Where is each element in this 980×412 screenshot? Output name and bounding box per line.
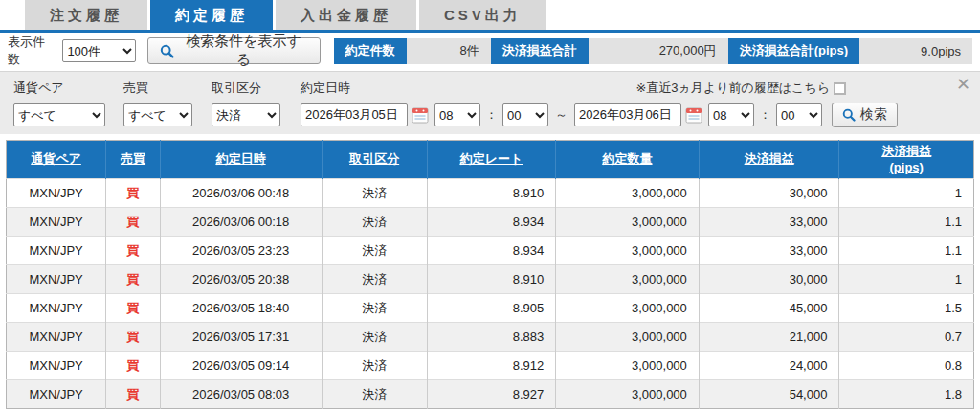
cell-settlement-pl-pips: 1 [839,265,974,294]
summary-strip: 約定件数 8件 決済損益合計 270,000円 決済損益合計(pips) 9.0… [334,38,972,64]
header-settlement-pl[interactable]: 決済損益 [699,141,839,179]
settlement-pl-pips-badge: 決済損益合計(pips) [728,38,859,64]
cell-execution-rate: 8.934 [427,237,555,265]
header-execution-datetime-label[interactable]: 約定日時 [216,151,266,166]
calendar-icon[interactable] [685,106,702,124]
display-count-select[interactable]: 100件 [62,39,136,62]
header-settlement-pl-label[interactable]: 決済損益 [745,151,794,166]
trade-type-select[interactable]: 決済 [212,103,280,126]
cell-execution-datetime: 2026/03/06 00:48 [160,179,322,208]
cell-buy-sell: 買 [106,265,161,294]
cell-execution-rate: 8.883 [427,323,555,352]
cell-execution-datetime: 2026/03/05 23:23 [160,237,322,265]
cell-execution-quantity: 3,000,000 [556,179,700,208]
cell-execution-datetime: 2026/03/06 00:18 [160,208,322,237]
table-row: MXN/JPY買2026/03/05 09:14決済8.9123,000,000… [7,352,974,380]
range-tilde: ～ [555,106,568,124]
toolbar: 表示件数 100件 検索条件を表示する 約定件数 8件 決済損益合計 270,0… [0,33,980,69]
cell-settlement-pl-pips: 1.8 [839,380,974,409]
header-currency-pair[interactable]: 通貨ペア [7,141,106,179]
colon-separator: ： [759,106,771,124]
cell-settlement-pl-pips: 1.1 [839,237,974,265]
cell-settlement-pl: 54,000 [699,380,839,409]
magnifier-icon [842,108,856,122]
settlement-pl-value: 270,000円 [589,38,728,64]
cell-settlement-pl-pips: 1 [839,179,974,208]
header-buy-sell[interactable]: 売買 [106,141,161,179]
cell-execution-datetime: 2026/03/05 18:40 [160,294,322,323]
table-row: MXN/JPY買2026/03/06 00:48決済8.9103,000,000… [7,179,974,208]
cell-buy-sell: 買 [106,323,161,352]
header-execution-quantity[interactable]: 約定数量 [556,141,700,179]
colon-separator: ： [485,106,498,124]
header-trade-type[interactable]: 取引区分 [322,141,427,179]
header-buy-sell-label[interactable]: 売買 [121,151,145,166]
date-to-input[interactable] [574,103,681,126]
header-execution-quantity-label[interactable]: 約定数量 [603,151,653,166]
cell-execution-quantity: 3,000,000 [556,237,700,265]
date-from-input[interactable] [301,103,408,126]
cell-execution-datetime: 2026/03/05 20:38 [160,265,322,294]
cell-currency-pair: MXN/JPY [7,323,106,352]
minute-to-select[interactable]: 00 [776,103,822,126]
tab-execution-history[interactable]: 約定履歴 [150,0,273,30]
tab-deposit-withdrawal-history[interactable]: 入出金履歴 [276,0,416,30]
header-execution-rate[interactable]: 約定レート [427,141,555,179]
execution-count-value: 8件 [407,38,491,64]
settlement-pl-badge: 決済損益合計 [491,38,589,64]
old-history-link[interactable]: ※直近3ヵ月より前の履歴はこちら [635,80,846,97]
table-row: MXN/JPY買2026/03/05 23:23決済8.9343,000,000… [7,237,974,265]
header-settlement-pl-pips-label[interactable]: 決済損益 (pips) [881,144,931,173]
cell-buy-sell: 買 [106,294,161,323]
cell-execution-quantity: 3,000,000 [556,294,700,323]
buy-sell-select[interactable]: すべて [123,103,192,126]
show-search-conditions-label: 検索条件を表示する [179,33,307,69]
cell-execution-quantity: 3,000,000 [556,380,700,409]
cell-trade-type: 決済 [322,323,427,352]
minute-from-select[interactable]: 00 [502,103,548,126]
cell-trade-type: 決済 [322,380,427,409]
tab-csv-export[interactable]: CSV出力 [419,0,546,30]
cell-currency-pair: MXN/JPY [7,294,106,323]
table-row: MXN/JPY買2026/03/05 18:40決済8.9053,000,000… [7,294,974,323]
hour-to-select[interactable]: 08 [708,103,754,126]
cell-execution-rate: 8.910 [427,179,555,208]
currency-pair-label: 通貨ペア [13,80,123,99]
execution-history-table-wrap: 通貨ペア 売買 約定日時 取引区分 約定レート 約定数量 決済損益 決済損益 (… [6,140,974,409]
header-currency-pair-label[interactable]: 通貨ペア [31,151,81,166]
cell-execution-quantity: 3,000,000 [556,323,700,352]
hour-from-select[interactable]: 08 [434,103,480,126]
cell-buy-sell: 買 [106,179,161,208]
cell-buy-sell: 買 [106,208,161,237]
cell-currency-pair: MXN/JPY [7,208,106,237]
cell-settlement-pl-pips: 0.8 [839,352,974,380]
table-header-row: 通貨ペア 売買 約定日時 取引区分 約定レート 約定数量 決済損益 決済損益 (… [7,141,974,179]
cell-execution-quantity: 3,000,000 [556,208,700,237]
cell-trade-type: 決済 [322,179,427,208]
filter-controls-row: すべて すべて 決済 08 ： 00 ～ [13,103,967,127]
calendar-icon[interactable] [412,106,429,124]
cell-settlement-pl-pips: 0.7 [839,323,974,352]
header-execution-rate-label[interactable]: 約定レート [460,151,523,166]
table-row: MXN/JPY買2026/03/05 08:03決済8.9273,000,000… [7,380,974,409]
cell-buy-sell: 買 [106,380,161,409]
header-trade-type-label[interactable]: 取引区分 [349,151,399,166]
header-execution-datetime[interactable]: 約定日時 [160,141,322,179]
show-search-conditions-button[interactable]: 検索条件を表示する [147,37,320,64]
cell-settlement-pl: 33,000 [699,208,839,237]
cell-execution-rate: 8.927 [427,380,555,409]
cell-execution-quantity: 3,000,000 [556,265,700,294]
close-icon[interactable]: ✕ [956,76,970,93]
cell-currency-pair: MXN/JPY [7,179,106,208]
currency-pair-select[interactable]: すべて [13,103,105,126]
cell-settlement-pl: 45,000 [699,294,839,323]
cell-buy-sell: 買 [106,237,161,265]
search-button[interactable]: 検索 [832,103,898,127]
header-settlement-pl-pips[interactable]: 決済損益 (pips) [839,141,974,179]
cell-execution-rate: 8.912 [427,352,555,380]
cell-settlement-pl: 24,000 [699,352,839,380]
tab-order-history[interactable]: 注文履歴 [25,0,147,30]
cell-settlement-pl-pips: 1.1 [839,208,974,237]
cell-trade-type: 決済 [322,294,427,323]
execution-datetime-label: 約定日時 [301,80,350,99]
